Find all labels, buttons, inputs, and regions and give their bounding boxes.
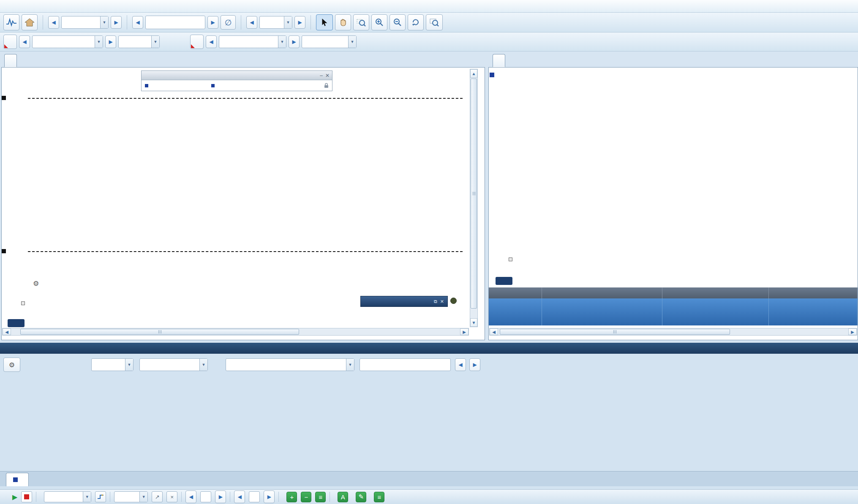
channel-b-range-up-button[interactable]: ▶ bbox=[289, 35, 300, 48]
meas-col-channel[interactable] bbox=[489, 287, 542, 298]
pointer-tool-button[interactable] bbox=[316, 14, 333, 30]
meas-col-value[interactable] bbox=[662, 287, 769, 298]
start-capture-button[interactable]: ▶ bbox=[12, 493, 17, 501]
close-icon[interactable]: × bbox=[166, 491, 177, 502]
expand-icon[interactable]: ↗ bbox=[152, 491, 163, 502]
notes-button[interactable]: ✎ bbox=[356, 492, 366, 502]
scrollbar-thumb[interactable] bbox=[471, 79, 477, 309]
undo-zoom-button[interactable] bbox=[408, 14, 424, 30]
stop-capture-button[interactable] bbox=[21, 491, 32, 502]
trigger-value-box[interactable] bbox=[200, 491, 211, 502]
channel-a-range-select[interactable]: ▼ bbox=[32, 35, 103, 48]
prev-view-button[interactable]: ◀ bbox=[48, 16, 59, 29]
zoom-step-out-button[interactable]: ◀ bbox=[246, 16, 257, 29]
waveform-view-button[interactable] bbox=[3, 14, 19, 30]
ruler-line-2[interactable] bbox=[28, 251, 463, 252]
trigger-channel-select[interactable]: ▼ bbox=[114, 491, 148, 502]
lock-icon[interactable] bbox=[324, 83, 332, 88]
ruler-legend[interactable]: –✕ bbox=[141, 70, 332, 91]
channel-a-range-up-button[interactable]: ▶ bbox=[105, 35, 116, 48]
channel-a-coupling-select[interactable]: ▼ bbox=[118, 35, 160, 48]
prev-page-button[interactable]: ◀ bbox=[234, 490, 245, 503]
page-value-box[interactable] bbox=[249, 491, 260, 502]
scrollbar-thumb[interactable] bbox=[500, 329, 730, 335]
status-bar: ▶ ▼ ▼ ↗ × ◀ ▶ ◀ ▶ + − ≡ A ✎ ≡ bbox=[0, 489, 858, 504]
next-buffer-button[interactable]: ▶ bbox=[207, 16, 218, 29]
channel-b-range-down-button[interactable]: ◀ bbox=[206, 35, 217, 48]
next-trigger-button[interactable]: ▶ bbox=[215, 490, 226, 503]
meas-value bbox=[662, 298, 769, 325]
buffer-index-box[interactable] bbox=[145, 16, 205, 29]
scroll-down-icon[interactable]: ▼ bbox=[470, 318, 477, 327]
decoder-settings-button[interactable]: ⚙ bbox=[3, 358, 20, 372]
channel-b-button[interactable] bbox=[190, 35, 204, 49]
channel-labels-button[interactable]: ≡ bbox=[374, 492, 384, 502]
channel-b-coupling-select[interactable]: ▼ bbox=[302, 35, 357, 48]
field-select[interactable]: ▼ bbox=[226, 358, 354, 371]
next-view-button[interactable]: ▶ bbox=[111, 16, 122, 29]
trigger-settings-button[interactable] bbox=[95, 491, 106, 502]
x-scale-badge[interactable] bbox=[496, 277, 512, 285]
detail-horizontal-scrollbar[interactable]: ◀ ▶ bbox=[2, 328, 469, 336]
prev-buffer-button[interactable]: ◀ bbox=[132, 16, 143, 29]
tab-overview[interactable] bbox=[493, 54, 505, 67]
scroll-left-icon[interactable]: ◀ bbox=[490, 328, 498, 335]
tab-sent-fast-ch-a[interactable] bbox=[6, 473, 29, 486]
minimize-icon[interactable]: – bbox=[320, 73, 323, 79]
zoom-in-tool-button[interactable] bbox=[371, 14, 387, 30]
close-icon[interactable]: ✕ bbox=[440, 299, 444, 304]
channel-a-marker[interactable] bbox=[490, 73, 494, 77]
detail-plot[interactable]: ⚙ ⧉✕ bbox=[28, 69, 463, 306]
meas-col-name[interactable] bbox=[542, 287, 662, 298]
tab-detail-view[interactable] bbox=[4, 54, 17, 67]
measurement-grid-button[interactable]: ≡ bbox=[315, 492, 326, 502]
zoom-out-tool-button[interactable] bbox=[390, 14, 406, 30]
menu-bar bbox=[0, 0, 858, 13]
scroll-up-icon[interactable]: ▲ bbox=[470, 69, 477, 78]
chevron-down-icon: ▼ bbox=[139, 492, 147, 502]
channel-a-range-down-button[interactable]: ◀ bbox=[19, 35, 30, 48]
zoom-factor-select[interactable]: ▼ bbox=[259, 16, 292, 29]
float-window-icon[interactable]: ⧉ bbox=[434, 299, 437, 304]
clear-buffers-button[interactable]: ∅ bbox=[221, 15, 236, 30]
scroll-right-icon[interactable]: ▶ bbox=[460, 328, 468, 335]
pan-tool-button[interactable] bbox=[335, 14, 351, 30]
measurement-row[interactable] bbox=[489, 298, 858, 325]
scrollbar-thumb[interactable] bbox=[20, 329, 299, 335]
meas-col-min[interactable] bbox=[769, 287, 858, 298]
axis-scale-control[interactable] bbox=[509, 257, 512, 261]
detail-vertical-scrollbar[interactable]: ▲ ▼ bbox=[470, 69, 478, 327]
prev-trigger-button[interactable]: ◀ bbox=[185, 490, 196, 503]
decoder-channel-label[interactable]: ⚙ bbox=[30, 279, 39, 287]
ruler-handle-1[interactable] bbox=[2, 96, 6, 100]
zoom-step-in-button[interactable]: ▶ bbox=[294, 16, 305, 29]
ruler-handle-2[interactable] bbox=[2, 249, 6, 253]
buffer-select[interactable]: ▼ bbox=[139, 358, 208, 371]
gear-icon[interactable]: ⚙ bbox=[33, 279, 39, 287]
scroll-right-icon[interactable]: ▶ bbox=[848, 328, 857, 335]
x-scale-badge[interactable] bbox=[8, 319, 25, 327]
rulers-button[interactable]: A bbox=[338, 492, 348, 502]
add-measurement-button[interactable]: + bbox=[286, 492, 297, 502]
search-input[interactable] bbox=[360, 358, 451, 371]
remove-measurement-button[interactable]: − bbox=[301, 492, 311, 502]
search-prev-button[interactable]: ◀ bbox=[455, 358, 466, 371]
view-select[interactable]: ▼ bbox=[61, 16, 109, 29]
zoom-overview-window[interactable]: ⧉✕ bbox=[360, 296, 448, 307]
channel-a-button[interactable] bbox=[3, 35, 17, 49]
channel-b-range-select[interactable]: ▼ bbox=[219, 35, 286, 48]
overview-horizontal-scrollbar[interactable]: ◀ ▶ bbox=[489, 328, 857, 336]
scroll-left-icon[interactable]: ◀ bbox=[3, 328, 11, 335]
axis-scale-control[interactable] bbox=[21, 301, 25, 305]
format-select[interactable]: ▼ bbox=[91, 358, 133, 371]
serial-decode-panel: ⚙ ▼ ▼ ▼ ◀ ▶ bbox=[0, 343, 858, 489]
close-icon[interactable]: ✕ bbox=[325, 73, 330, 79]
marquee-zoom-tool-button[interactable] bbox=[353, 14, 369, 30]
trigger-mode-select[interactable]: ▼ bbox=[44, 491, 91, 502]
zoom-overview-button[interactable] bbox=[426, 14, 443, 30]
overview-plot[interactable] bbox=[515, 69, 858, 263]
next-page-button[interactable]: ▶ bbox=[264, 490, 275, 503]
search-next-button[interactable]: ▶ bbox=[469, 358, 480, 371]
ruler-line-1[interactable] bbox=[28, 98, 463, 99]
home-button[interactable] bbox=[22, 14, 38, 30]
